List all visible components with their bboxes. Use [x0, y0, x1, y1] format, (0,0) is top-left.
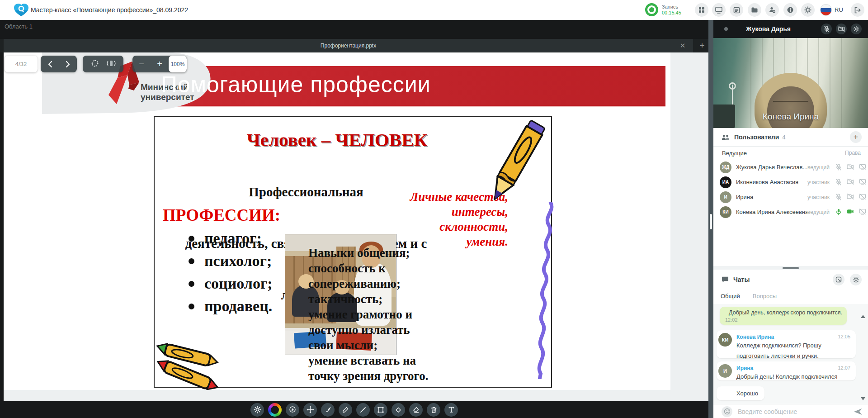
slide-nav-group	[41, 56, 77, 72]
avatar: ИА	[720, 176, 731, 188]
sidebar: Жукова Дарья Конева Ирина	[713, 20, 868, 418]
video-feed[interactable]: Конева Ирина	[713, 38, 868, 128]
rights-label[interactable]: Права	[845, 150, 861, 156]
participant-row[interactable]: ЖД Жукова Дарья Вячеслав... ведущий	[713, 160, 868, 175]
mic-muted-icon[interactable]	[835, 164, 842, 171]
message-text: Добрый день, колледж скоро подключится.	[725, 309, 842, 316]
screen-share-button[interactable]	[712, 3, 726, 17]
profession-text: психолог;	[204, 252, 272, 270]
brush-tool-button[interactable]	[321, 403, 335, 417]
message-text: подготовить листочки и ручки.	[736, 351, 850, 361]
chat-messages[interactable]: Добрый день, колледж скоро подключится. …	[713, 304, 868, 404]
video-settings-button[interactable]	[851, 24, 862, 34]
chat-resize-handle[interactable]	[783, 267, 799, 269]
eraser-tool-button[interactable]	[409, 403, 423, 417]
next-slide-button[interactable]	[59, 56, 77, 72]
participant-row[interactable]: КИ Конева Ирина Алексеевна ведущий	[713, 204, 868, 219]
participant-name: Жукова Дарья Вячеслав...	[736, 164, 807, 171]
message-input[interactable]	[737, 408, 854, 416]
participants-count: 4	[782, 134, 785, 141]
mic-muted-icon[interactable]	[835, 179, 842, 185]
skill-line: Навыки общения;	[308, 245, 543, 261]
zoom-in-button[interactable]: +	[151, 56, 169, 72]
message-author[interactable]: Ирина	[736, 365, 753, 371]
chat-message: Хорошо	[717, 386, 764, 400]
panel-resize-divider[interactable]	[708, 20, 713, 418]
page-indicator[interactable]: 4/32	[5, 56, 38, 72]
scroll-up-icon[interactable]	[861, 315, 865, 318]
files-button[interactable]	[748, 3, 761, 17]
record-icon	[645, 3, 658, 16]
color-picker-button[interactable]	[268, 403, 282, 417]
fit-width-button[interactable]	[107, 59, 116, 70]
rectangle-tool-button[interactable]	[374, 403, 387, 417]
camera-muted-icon[interactable]	[847, 194, 854, 200]
avatar: И	[718, 364, 732, 378]
screen-muted-icon[interactable]	[859, 164, 866, 170]
shape-tool-button[interactable]	[392, 403, 405, 417]
pencil-tool-button[interactable]	[339, 403, 352, 417]
participants-title: Пользователи	[734, 133, 779, 141]
screen-muted-icon[interactable]	[859, 179, 866, 185]
webinar-logo-icon[interactable]	[14, 3, 29, 17]
chat-settings-button[interactable]	[850, 274, 862, 285]
message-author[interactable]: Конева Ирина	[736, 334, 774, 340]
camera-muted-icon[interactable]	[847, 179, 854, 185]
camera-muted-icon[interactable]	[847, 164, 854, 170]
language-button[interactable]	[819, 3, 833, 17]
toolbar-settings-button[interactable]	[250, 403, 264, 417]
chat-resize-divider[interactable]	[713, 266, 868, 270]
close-document-icon[interactable]: ✕	[676, 39, 689, 52]
emoji-button[interactable]	[722, 406, 732, 417]
participant-row[interactable]: ИА Иконникова Анастасия участник	[713, 175, 868, 190]
line-tool-button[interactable]	[356, 403, 370, 417]
move-tool-button[interactable]	[303, 403, 317, 417]
fit-screen-button[interactable]	[90, 59, 99, 70]
delete-annotations-button[interactable]	[427, 403, 440, 417]
text-tool-button[interactable]	[444, 403, 458, 417]
info-button[interactable]	[783, 3, 797, 17]
participant-name: Ирина	[736, 194, 807, 200]
add-participant-button[interactable]: +	[850, 131, 862, 143]
group-label: Ведущие	[722, 150, 747, 157]
scroll-down-icon[interactable]	[861, 397, 865, 400]
video-mic-muted-button[interactable]	[821, 24, 832, 34]
attendee-settings-button[interactable]	[765, 3, 779, 17]
screen-muted-icon[interactable]	[859, 209, 866, 215]
chat-popout-button[interactable]	[833, 274, 844, 285]
wall-fixture	[729, 82, 736, 90]
resize-handle[interactable]	[710, 214, 712, 229]
participant-row[interactable]: И Ирина участник	[713, 190, 868, 204]
add-document-button[interactable]: +	[696, 39, 708, 52]
zoom-out-button[interactable]: −	[132, 56, 151, 72]
language-label[interactable]: RU	[835, 0, 843, 20]
screen-muted-icon[interactable]	[859, 194, 866, 200]
document-filename: Профориентация.pptx	[321, 43, 376, 49]
notes-button[interactable]	[730, 3, 743, 17]
video-header: Жукова Дарья	[713, 20, 868, 38]
video-camera-muted-button[interactable]	[836, 24, 847, 34]
profession-item: социолог;	[189, 272, 273, 295]
participant-role: участник	[807, 179, 833, 185]
previous-slide-button[interactable]	[41, 56, 59, 72]
skill-line: тактичность;	[308, 291, 543, 307]
send-message-button[interactable]	[854, 408, 863, 415]
profession-item: продавец.	[189, 295, 273, 318]
recording-indicator[interactable]: Запись 00:15:45	[645, 3, 681, 16]
tab-general[interactable]: Общий	[721, 290, 740, 305]
zoom-level[interactable]: 100%	[169, 56, 187, 72]
chat-header: Чаты	[713, 270, 868, 290]
exit-icon	[854, 7, 861, 14]
exit-button[interactable]	[851, 3, 864, 17]
apps-grid-button[interactable]	[695, 3, 708, 17]
mic-on-icon[interactable]	[835, 209, 842, 215]
camera-on-icon[interactable]	[847, 209, 854, 214]
skill-line: умение вставать на	[308, 353, 543, 368]
settings-button[interactable]	[801, 3, 815, 17]
tab-questions[interactable]: Вопросы	[753, 290, 777, 304]
mic-muted-icon[interactable]	[835, 194, 842, 200]
laser-pointer-button[interactable]	[286, 403, 299, 417]
document-tab[interactable]: Профориентация.pptx ✕	[4, 39, 693, 52]
send-icon	[854, 408, 863, 415]
avatar: ЖД	[720, 162, 731, 173]
